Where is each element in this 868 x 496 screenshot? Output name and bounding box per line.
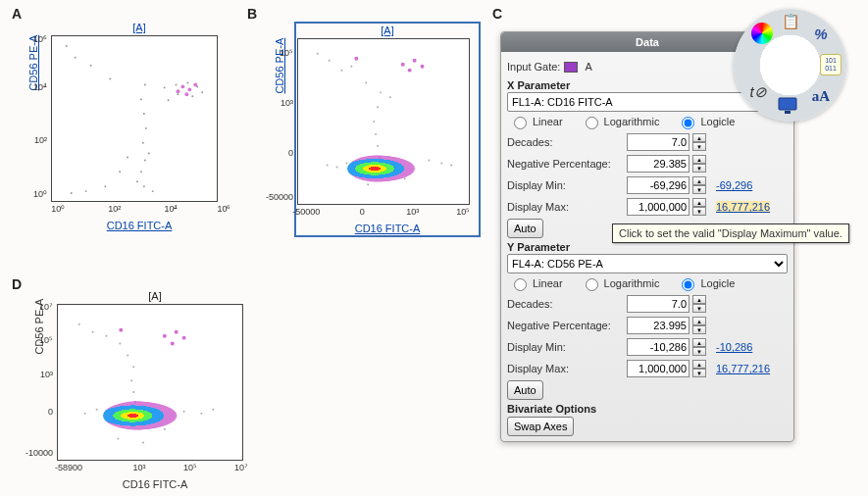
swap-axes-button[interactable]: Swap Axes bbox=[507, 417, 574, 436]
y-decades-label: Decades: bbox=[507, 298, 623, 310]
svg-point-39 bbox=[389, 96, 391, 98]
binary-icon[interactable]: 101011 bbox=[820, 54, 842, 75]
svg-point-53 bbox=[401, 63, 405, 67]
svg-point-17 bbox=[148, 153, 150, 155]
plot-a-canvas[interactable] bbox=[52, 36, 217, 201]
svg-point-35 bbox=[340, 70, 342, 72]
svg-point-5 bbox=[145, 127, 147, 129]
x-log-radio[interactable]: Logarithmic bbox=[581, 114, 660, 129]
y-dispmax-label: Display Max: bbox=[507, 363, 623, 374]
svg-point-29 bbox=[187, 87, 191, 91]
x-decades-input[interactable] bbox=[627, 133, 689, 151]
svg-point-62 bbox=[127, 354, 128, 356]
y-decades-down[interactable]: ▼ bbox=[692, 304, 706, 313]
dispmax-tooltip: Click to set the valid "Display Maximum"… bbox=[612, 223, 849, 243]
svg-point-40 bbox=[377, 106, 379, 108]
svg-point-10 bbox=[176, 83, 178, 85]
svg-point-31 bbox=[176, 89, 179, 93]
svg-point-26 bbox=[90, 65, 92, 67]
x-decades-down[interactable]: ▼ bbox=[692, 142, 706, 151]
svg-point-52 bbox=[367, 183, 369, 185]
x-negpct-input[interactable] bbox=[627, 155, 689, 173]
plot-d-canvas[interactable] bbox=[58, 305, 242, 460]
x-negpct-up[interactable]: ▲ bbox=[692, 155, 706, 164]
svg-point-71 bbox=[212, 409, 214, 411]
y-negpct-up[interactable]: ▲ bbox=[692, 317, 706, 325]
svg-point-55 bbox=[421, 65, 425, 69]
x-dispmax-link[interactable]: 16,777,216 bbox=[716, 201, 770, 213]
svg-point-56 bbox=[408, 69, 412, 73]
svg-point-0 bbox=[143, 185, 145, 187]
monitor-icon[interactable] bbox=[777, 95, 798, 117]
y-linear-radio[interactable]: Linear bbox=[509, 275, 563, 291]
x-dispmin-input[interactable] bbox=[627, 176, 689, 194]
svg-point-77 bbox=[182, 336, 186, 340]
plot-b-xaxis-label[interactable]: CD16 FITC-A bbox=[297, 223, 478, 234]
svg-point-63 bbox=[132, 366, 134, 368]
x-dispmin-up[interactable]: ▲ bbox=[692, 176, 706, 185]
y-negpct-down[interactable]: ▼ bbox=[692, 325, 706, 334]
svg-point-2 bbox=[140, 171, 142, 173]
x-decades-up[interactable]: ▲ bbox=[692, 133, 706, 142]
svg-point-72 bbox=[117, 438, 119, 440]
svg-point-78 bbox=[171, 342, 175, 346]
axes-icon[interactable]: t⊘ bbox=[747, 81, 769, 103]
y-dispmin-link[interactable]: -10,286 bbox=[716, 341, 752, 353]
svg-point-14 bbox=[191, 95, 193, 97]
svg-point-20 bbox=[85, 190, 87, 192]
svg-point-21 bbox=[104, 185, 106, 187]
y-dispmax-up[interactable]: ▲ bbox=[692, 360, 706, 369]
svg-point-33 bbox=[317, 53, 319, 55]
x-linear-radio[interactable]: Linear bbox=[509, 114, 563, 129]
plot-d-xaxis-label: CD16 FITC-A bbox=[57, 478, 253, 490]
y-log-radio[interactable]: Logarithmic bbox=[581, 275, 660, 291]
panel-title: Data bbox=[636, 36, 659, 48]
clipboard-icon[interactable]: 📋 bbox=[780, 11, 801, 32]
y-negpct-input[interactable] bbox=[627, 317, 689, 334]
x-auto-button[interactable]: Auto bbox=[507, 219, 543, 238]
svg-rect-81 bbox=[785, 111, 791, 114]
y-logicle-radio[interactable]: Logicle bbox=[677, 275, 735, 291]
x-dispmax-down[interactable]: ▼ bbox=[692, 207, 706, 216]
x-logicle-radio[interactable]: Logicle bbox=[677, 114, 735, 129]
svg-point-7 bbox=[140, 98, 142, 100]
x-dispmin-down[interactable]: ▼ bbox=[692, 185, 706, 194]
svg-point-15 bbox=[177, 93, 179, 95]
x-dispmin-link[interactable]: -69,296 bbox=[716, 179, 752, 191]
y-dispmax-link[interactable]: 16,777,216 bbox=[716, 363, 770, 374]
x-negpct-label: Negative Percentage: bbox=[507, 158, 623, 170]
svg-point-28 bbox=[180, 84, 184, 88]
y-parameter-select[interactable]: FL4-A: CD56 PE-A bbox=[507, 254, 788, 273]
x-negpct-down[interactable]: ▼ bbox=[692, 164, 706, 173]
svg-point-79 bbox=[119, 328, 123, 332]
svg-point-22 bbox=[119, 171, 121, 173]
color-wheel-icon[interactable] bbox=[751, 23, 773, 44]
plot-b-title[interactable]: [A] bbox=[297, 25, 478, 36]
percent-icon[interactable]: % bbox=[810, 23, 832, 44]
svg-point-61 bbox=[119, 343, 121, 345]
y-dispmax-down[interactable]: ▼ bbox=[692, 369, 706, 377]
svg-point-64 bbox=[130, 379, 132, 381]
svg-point-60 bbox=[105, 335, 107, 337]
svg-point-45 bbox=[345, 163, 347, 165]
svg-point-13 bbox=[201, 91, 203, 93]
y-dispmin-down[interactable]: ▼ bbox=[692, 347, 706, 356]
y-auto-button[interactable]: Auto bbox=[507, 380, 543, 400]
svg-point-57 bbox=[354, 57, 358, 61]
plot-d-xticks: -58900 10³ 10⁵ 10⁷ bbox=[57, 463, 253, 476]
svg-point-11 bbox=[186, 81, 188, 83]
x-dispmax-up[interactable]: ▲ bbox=[692, 198, 706, 207]
y-dispmin-up[interactable]: ▲ bbox=[692, 338, 706, 347]
y-dispmin-input[interactable] bbox=[627, 338, 689, 356]
x-dispmax-input[interactable] bbox=[627, 198, 689, 216]
font-icon[interactable]: aA bbox=[810, 85, 832, 107]
y-decades-input[interactable] bbox=[627, 295, 689, 313]
plot-a-title[interactable]: [A] bbox=[51, 22, 228, 33]
plot-a-xaxis-label[interactable]: CD16 FITC-A bbox=[51, 220, 228, 231]
plot-d-yticks: -10000 0 10³ 10⁵ 10⁷ bbox=[18, 304, 55, 461]
y-dispmax-input[interactable] bbox=[627, 360, 689, 377]
svg-point-30 bbox=[193, 82, 197, 86]
svg-point-68 bbox=[84, 413, 86, 415]
input-gate-value[interactable]: A bbox=[585, 61, 591, 73]
y-decades-up[interactable]: ▲ bbox=[692, 295, 706, 304]
